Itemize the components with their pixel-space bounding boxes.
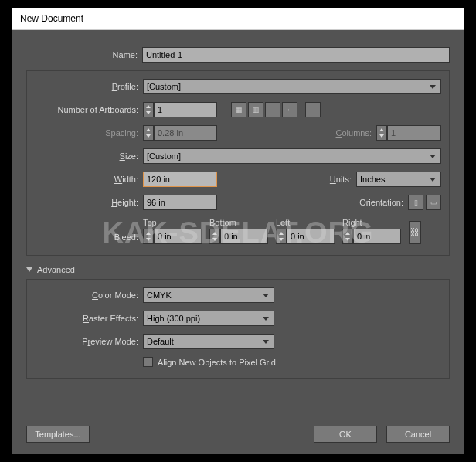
templates-button[interactable]: Templates...	[26, 426, 90, 443]
columns-input	[387, 125, 441, 141]
grid-by-col-icon[interactable]: ▥	[248, 102, 264, 117]
bleed-bottom-label: Bottom	[209, 218, 236, 227]
bleed-left-label: Left	[276, 218, 290, 227]
arrange-icon[interactable]: →	[305, 102, 321, 117]
main-panel: Profile: [Custom] Number of Artboards: ▦…	[26, 70, 450, 256]
bleed-top-input[interactable]	[154, 229, 202, 244]
disclosure-icon	[26, 267, 32, 272]
artboards-label: Number of Artboards:	[35, 105, 143, 114]
colormode-label: Color Mode:	[35, 290, 143, 300]
height-input[interactable]	[143, 195, 217, 210]
preview-label: Preview Mode:	[35, 337, 143, 346]
size-label: Size:	[35, 151, 143, 161]
bottom-bar: Templates... OK Cancel	[26, 426, 450, 443]
spacing-label: Spacing:	[35, 128, 143, 138]
new-document-dialog: New Document Name: Profile: [Custom] Num…	[12, 8, 464, 454]
bleed-left-stepper[interactable]	[276, 229, 287, 244]
spacing-stepper	[143, 125, 154, 141]
cancel-button[interactable]: Cancel	[386, 426, 450, 443]
align-grid-checkbox[interactable]	[143, 357, 153, 367]
columns-stepper	[376, 125, 387, 141]
bleed-link-icon[interactable]: ⛓	[409, 221, 421, 244]
spacing-input	[154, 125, 217, 141]
name-label: Name:	[26, 50, 142, 59]
artboards-stepper[interactable]	[143, 102, 154, 117]
raster-select[interactable]: High (300 ppi)	[143, 311, 274, 326]
dialog-body: Name: Profile: [Custom] Number of Artboa…	[12, 30, 464, 454]
profile-label: Profile:	[35, 82, 143, 91]
height-label: Height:	[35, 198, 143, 207]
preview-select[interactable]: Default	[143, 334, 274, 349]
advanced-header: Advanced	[37, 265, 75, 274]
width-input[interactable]	[143, 172, 217, 187]
name-input[interactable]	[142, 47, 450, 63]
bleed-bottom-input[interactable]	[220, 229, 268, 244]
bleed-top-label: Top	[143, 218, 157, 227]
align-grid-label: Align New Objects to Pixel Grid	[158, 358, 276, 367]
bleed-right-label: Right	[342, 218, 362, 227]
window-title: New Document	[12, 8, 464, 30]
bleed-top-stepper[interactable]	[143, 229, 154, 244]
profile-select[interactable]: [Custom]	[143, 79, 441, 94]
size-select[interactable]: [Custom]	[143, 148, 441, 164]
row-rtl-icon[interactable]: ←	[282, 102, 298, 117]
grid-by-row-icon[interactable]: ▦	[231, 102, 246, 117]
bleed-right-input[interactable]	[353, 229, 401, 244]
width-label: Width:	[35, 175, 143, 184]
bleed-label: Bleed:	[35, 233, 143, 244]
bleed-left-input[interactable]	[287, 229, 335, 244]
raster-label: Raster Effects:	[35, 314, 143, 323]
orientation-landscape-icon[interactable]: ▭	[426, 195, 441, 210]
units-label: Units:	[321, 175, 356, 184]
orientation-label: Orientation:	[349, 198, 408, 207]
ok-button[interactable]: OK	[314, 426, 377, 443]
bleed-right-stepper[interactable]	[342, 229, 353, 244]
bleed-bottom-stepper[interactable]	[209, 229, 220, 244]
artboards-input[interactable]	[154, 102, 217, 117]
advanced-toggle[interactable]: Advanced	[26, 265, 450, 274]
row-ltr-icon[interactable]: →	[265, 102, 280, 117]
advanced-panel: Color Mode: CMYK Raster Effects: High (3…	[26, 279, 450, 379]
orientation-portrait-icon[interactable]: ▯	[408, 195, 423, 210]
colormode-select[interactable]: CMYK	[143, 287, 274, 303]
units-select[interactable]: Inches	[356, 172, 441, 187]
columns-label: Columns:	[330, 128, 376, 138]
